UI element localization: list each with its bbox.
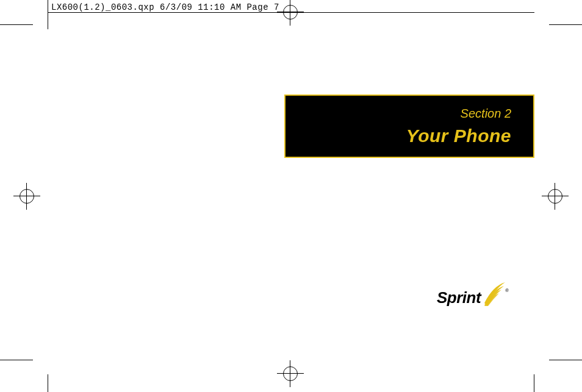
section-banner: Section 2 Your Phone [284, 94, 534, 158]
sprint-wing-icon [482, 280, 506, 307]
sprint-wordmark: Sprint [437, 288, 481, 307]
crop-mark [48, 374, 48, 392]
crop-mark [0, 24, 33, 25]
crop-mark [0, 360, 33, 360]
registered-trademark: ® [505, 288, 509, 293]
sprint-logo: Sprint ® [437, 280, 516, 315]
document-slug: LX600(1.2)_0603.qxp 6/3/09 11:10 AM Page… [51, 2, 279, 12]
registration-mark-icon [277, 360, 304, 387]
registration-mark-icon [277, 0, 304, 26]
crop-mark [534, 374, 534, 392]
section-label: Section 2 [295, 107, 511, 121]
registration-mark-icon [13, 183, 40, 210]
crop-mark [549, 24, 582, 25]
registration-mark-icon [542, 183, 569, 210]
crop-mark [48, 0, 48, 29]
crop-mark [549, 360, 582, 360]
section-title: Your Phone [295, 126, 511, 146]
